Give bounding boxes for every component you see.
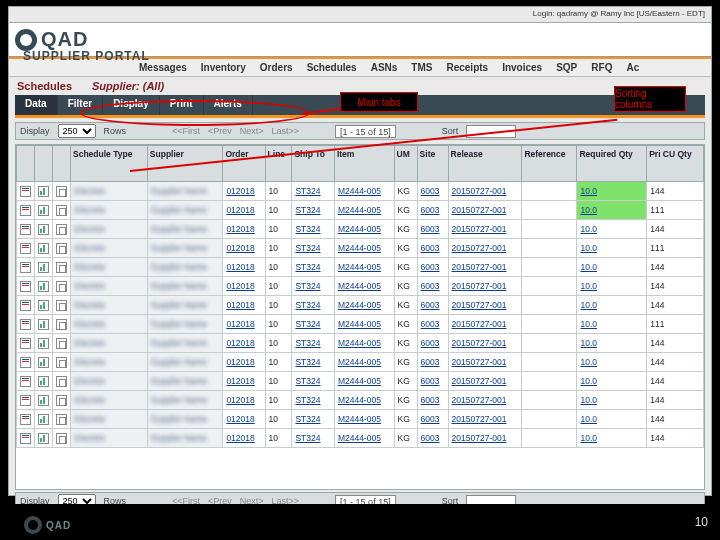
cell-release[interactable]: 20150727-001 [448,220,522,239]
col-c0[interactable] [17,146,35,182]
row-chart-icon[interactable] [35,315,53,334]
cell-shipto[interactable]: ST324 [292,201,334,220]
row-doc-icon[interactable] [53,334,71,353]
row-chart-icon[interactable] [35,258,53,277]
cell-site[interactable]: 6003 [417,201,448,220]
row-calendar-icon[interactable] [17,353,35,372]
row-chart-icon[interactable] [35,296,53,315]
cell-shipto[interactable]: ST324 [292,410,334,429]
row-doc-icon[interactable] [53,258,71,277]
row-chart-icon[interactable] [35,410,53,429]
cell-item[interactable]: M2444-005 [334,296,394,315]
row-doc-icon[interactable] [53,372,71,391]
nav-invoices[interactable]: Invoices [502,62,542,73]
cell-release[interactable]: 20150727-001 [448,429,522,448]
last-page-button[interactable]: Last>> [272,126,300,136]
cell-order[interactable]: 012018 [223,429,265,448]
nav-messages[interactable]: Messages [139,62,187,73]
cell-release[interactable]: 20150727-001 [448,410,522,429]
cell-item[interactable]: M2444-005 [334,220,394,239]
nav-asns[interactable]: ASNs [371,62,398,73]
cell-shipto[interactable]: ST324 [292,372,334,391]
nav-tms[interactable]: TMS [411,62,432,73]
cell-shipto[interactable]: ST324 [292,277,334,296]
cell-reqqty[interactable]: 10.0 [577,239,647,258]
cell-order[interactable]: 012018 [223,315,265,334]
cell-item[interactable]: M2444-005 [334,277,394,296]
cell-reqqty[interactable]: 10.0 [577,296,647,315]
cell-order[interactable]: 012018 [223,353,265,372]
cell-reqqty[interactable]: 10.0 [577,220,647,239]
cell-item[interactable]: M2444-005 [334,334,394,353]
cell-item[interactable]: M2444-005 [334,372,394,391]
sort-select[interactable] [466,125,516,138]
nav-receipts[interactable]: Receipts [446,62,488,73]
row-doc-icon[interactable] [53,315,71,334]
cell-order[interactable]: 012018 [223,296,265,315]
col-supplier[interactable]: Supplier [147,146,223,182]
nav-sqp[interactable]: SQP [556,62,577,73]
col-schedule-type[interactable]: Schedule Type [71,146,148,182]
cell-site[interactable]: 6003 [417,277,448,296]
row-doc-icon[interactable] [53,239,71,258]
row-chart-icon[interactable] [35,182,53,201]
cell-release[interactable]: 20150727-001 [448,201,522,220]
cell-reqqty[interactable]: 10.0 [577,391,647,410]
cell-shipto[interactable]: ST324 [292,334,334,353]
col-c2[interactable] [53,146,71,182]
row-calendar-icon[interactable] [17,372,35,391]
cell-shipto[interactable]: ST324 [292,220,334,239]
cell-site[interactable]: 6003 [417,296,448,315]
cell-release[interactable]: 20150727-001 [448,182,522,201]
cell-order[interactable]: 012018 [223,201,265,220]
cell-order[interactable]: 012018 [223,372,265,391]
row-calendar-icon[interactable] [17,391,35,410]
cell-shipto[interactable]: ST324 [292,353,334,372]
cell-release[interactable]: 20150727-001 [448,296,522,315]
first-page-button[interactable]: <<First [172,126,200,136]
col-pri-cu-qty[interactable]: Pri CU Qty [647,146,704,182]
cell-order[interactable]: 012018 [223,277,265,296]
col-ship-to[interactable]: Ship To [292,146,334,182]
cell-reqqty[interactable]: 10.0 [577,410,647,429]
row-chart-icon[interactable] [35,201,53,220]
cell-reqqty[interactable]: 10.0 [577,334,647,353]
col-c1[interactable] [35,146,53,182]
cell-release[interactable]: 20150727-001 [448,239,522,258]
row-chart-icon[interactable] [35,372,53,391]
nav-schedules[interactable]: Schedules [307,62,357,73]
row-doc-icon[interactable] [53,277,71,296]
row-calendar-icon[interactable] [17,182,35,201]
row-calendar-icon[interactable] [17,334,35,353]
cell-site[interactable]: 6003 [417,315,448,334]
col-required-qty[interactable]: Required Qty [577,146,647,182]
tab-filter[interactable]: Filter [58,95,103,115]
tab-display[interactable]: Display [103,95,160,115]
cell-site[interactable]: 6003 [417,182,448,201]
cell-shipto[interactable]: ST324 [292,258,334,277]
cell-shipto[interactable]: ST324 [292,239,334,258]
cell-reqqty[interactable]: 10.0 [577,277,647,296]
col-item[interactable]: Item [334,146,394,182]
nav-inventory[interactable]: Inventory [201,62,246,73]
row-calendar-icon[interactable] [17,239,35,258]
cell-release[interactable]: 20150727-001 [448,353,522,372]
tab-alerts[interactable]: Alerts [204,95,253,115]
cell-reqqty[interactable]: 10.0 [577,315,647,334]
cell-item[interactable]: M2444-005 [334,239,394,258]
cell-release[interactable]: 20150727-001 [448,315,522,334]
row-doc-icon[interactable] [53,429,71,448]
cell-release[interactable]: 20150727-001 [448,258,522,277]
row-calendar-icon[interactable] [17,410,35,429]
next-page-button[interactable]: Next> [240,126,264,136]
cell-reqqty[interactable]: 10.0 [577,429,647,448]
row-doc-icon[interactable] [53,201,71,220]
cell-order[interactable]: 012018 [223,239,265,258]
cell-site[interactable]: 6003 [417,353,448,372]
cell-order[interactable]: 012018 [223,182,265,201]
row-doc-icon[interactable] [53,182,71,201]
cell-release[interactable]: 20150727-001 [448,391,522,410]
rows-select[interactable]: 250 [58,124,96,138]
col-release[interactable]: Release [448,146,522,182]
cell-site[interactable]: 6003 [417,429,448,448]
